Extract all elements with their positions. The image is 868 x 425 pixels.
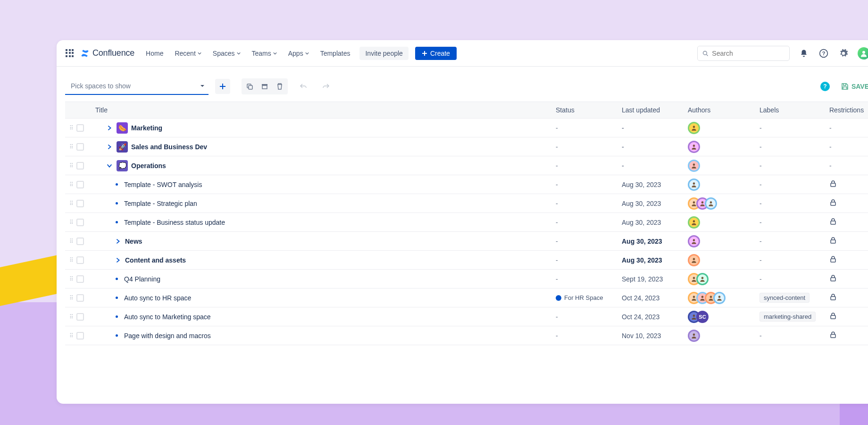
row-checkbox[interactable]: [76, 332, 84, 340]
col-updated[interactable]: Last updated: [622, 106, 688, 114]
restriction-lock[interactable]: [829, 276, 837, 283]
restriction-lock[interactable]: [829, 332, 837, 340]
label-chip[interactable]: marketing-shared: [760, 312, 816, 322]
col-restrictions[interactable]: Restrictions: [829, 106, 868, 114]
restriction-lock[interactable]: [829, 295, 837, 302]
help-icon[interactable]: ?: [818, 48, 829, 59]
invite-people-button[interactable]: Invite people: [359, 47, 408, 60]
author-avatar[interactable]: SC: [696, 311, 709, 323]
status-value: -: [556, 124, 558, 132]
drag-handle[interactable]: ⠿: [65, 144, 76, 150]
drag-handle[interactable]: ⠿: [65, 295, 76, 301]
row-checkbox[interactable]: [76, 200, 84, 207]
author-avatar[interactable]: [688, 160, 700, 172]
drag-handle[interactable]: ⠿: [65, 125, 76, 131]
row-checkbox[interactable]: [76, 238, 84, 245]
table-row[interactable]: ⠿Auto sync to HR spaceFor HR SpaceOct 24…: [65, 289, 868, 307]
row-title: Auto sync to HR space: [124, 294, 191, 302]
drag-handle[interactable]: ⠿: [65, 314, 76, 320]
restriction-lock[interactable]: [829, 219, 837, 227]
row-checkbox[interactable]: [76, 256, 84, 264]
col-title[interactable]: Title: [90, 106, 556, 114]
label-chip[interactable]: synced-content: [760, 293, 810, 303]
row-checkbox[interactable]: [76, 313, 84, 321]
save-button[interactable]: SAVE: [841, 83, 868, 90]
col-authors[interactable]: Authors: [688, 106, 760, 114]
restriction-lock[interactable]: [829, 314, 837, 321]
table-row[interactable]: ⠿🚀Sales and Business Dev----: [65, 137, 868, 156]
delete-button[interactable]: [273, 79, 287, 94]
confluence-logo[interactable]: Confluence: [80, 48, 134, 58]
row-checkbox[interactable]: [76, 181, 84, 188]
table-row[interactable]: ⠿💭Operations----: [65, 156, 868, 175]
create-button[interactable]: Create: [415, 47, 457, 60]
table-row[interactable]: ⠿Template - Business status update-Aug 3…: [65, 213, 868, 232]
table-row[interactable]: ⠿Content and assets-Aug 30, 2023-: [65, 251, 868, 270]
settings-icon[interactable]: [838, 48, 849, 59]
updated-value: Nov 10, 2023: [622, 332, 688, 340]
row-checkbox[interactable]: [76, 162, 84, 170]
row-checkbox[interactable]: [76, 275, 84, 283]
search-field[interactable]: [697, 46, 790, 61]
author-avatar[interactable]: [688, 122, 700, 134]
author-avatar[interactable]: [688, 330, 700, 342]
help-bubble-icon[interactable]: ?: [820, 82, 830, 91]
drag-handle[interactable]: ⠿: [65, 238, 76, 245]
user-avatar[interactable]: [858, 47, 868, 60]
expand-icon[interactable]: [106, 143, 113, 151]
expand-icon[interactable]: [114, 238, 122, 245]
restriction-lock[interactable]: [829, 200, 837, 208]
col-labels[interactable]: Labels: [760, 106, 829, 114]
restriction-lock[interactable]: [829, 257, 837, 264]
table-row[interactable]: ⠿Q4 Planning-Sept 19, 2023-: [65, 270, 868, 289]
drag-handle[interactable]: ⠿: [65, 219, 76, 226]
nav-apps[interactable]: Apps: [284, 47, 314, 60]
undo-button[interactable]: [296, 79, 310, 94]
drag-handle[interactable]: ⠿: [65, 162, 76, 169]
nav-templates[interactable]: Templates: [316, 47, 355, 60]
nav-recent[interactable]: Recent: [170, 47, 206, 60]
author-avatar[interactable]: [713, 292, 726, 304]
drag-handle[interactable]: ⠿: [65, 200, 76, 207]
drag-handle[interactable]: ⠿: [65, 257, 76, 264]
svg-rect-25: [831, 278, 835, 281]
table-row[interactable]: ⠿🌭Marketing----: [65, 119, 868, 137]
redo-button[interactable]: [319, 79, 333, 94]
add-space-button[interactable]: [215, 79, 230, 94]
drag-handle[interactable]: ⠿: [65, 181, 76, 188]
row-checkbox[interactable]: [76, 294, 84, 302]
notifications-icon[interactable]: [798, 48, 810, 59]
table-row[interactable]: ⠿Page with design and macros-Nov 10, 202…: [65, 326, 868, 345]
status-pill[interactable]: For HR Space: [556, 294, 622, 301]
nav-spaces[interactable]: Spaces: [208, 47, 245, 60]
col-status[interactable]: Status: [556, 106, 622, 114]
author-avatar[interactable]: [688, 141, 700, 153]
table-row[interactable]: ⠿Template - SWOT analysis-Aug 30, 2023-: [65, 175, 868, 194]
author-avatar[interactable]: [688, 216, 700, 229]
author-avatar[interactable]: [688, 235, 700, 247]
drag-handle[interactable]: ⠿: [65, 276, 76, 282]
row-checkbox[interactable]: [76, 219, 84, 226]
drag-handle[interactable]: ⠿: [65, 332, 76, 339]
space-picker[interactable]: Pick spaces to show: [65, 78, 209, 95]
expand-icon[interactable]: [114, 256, 122, 264]
search-input[interactable]: [712, 50, 785, 57]
nav-teams[interactable]: Teams: [247, 47, 282, 60]
restriction-lock[interactable]: [829, 181, 837, 189]
table-row[interactable]: ⠿Auto sync to Marketing space-Oct 24, 20…: [65, 307, 868, 326]
author-avatar[interactable]: [688, 254, 700, 266]
author-avatar[interactable]: [696, 273, 709, 285]
copy-button[interactable]: [242, 79, 257, 94]
author-avatar[interactable]: [688, 178, 700, 191]
nav-home[interactable]: Home: [141, 47, 168, 60]
row-checkbox[interactable]: [76, 143, 84, 151]
author-avatar[interactable]: [705, 197, 717, 210]
collapse-icon[interactable]: [106, 162, 113, 170]
expand-icon[interactable]: [106, 124, 113, 132]
app-switcher-icon[interactable]: [64, 48, 75, 59]
table-row[interactable]: ⠿News-Aug 30, 2023-: [65, 232, 868, 251]
row-checkbox[interactable]: [76, 124, 84, 132]
table-row[interactable]: ⠿Template - Strategic plan-Aug 30, 2023-: [65, 194, 868, 213]
archive-button[interactable]: [258, 79, 272, 94]
restriction-lock[interactable]: [829, 238, 837, 246]
